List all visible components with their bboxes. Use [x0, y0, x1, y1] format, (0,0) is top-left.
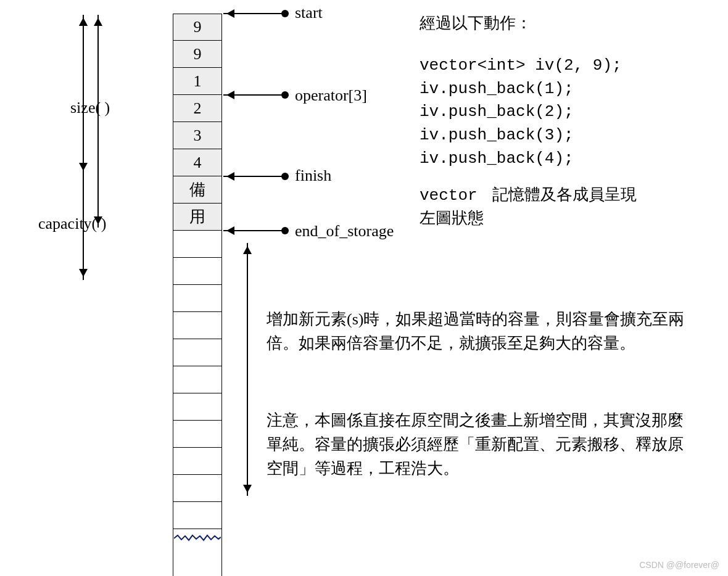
- vector-cell-1: 9: [173, 41, 222, 68]
- vector-cell-empty: [173, 339, 222, 366]
- vector-keyword: vector: [420, 186, 478, 205]
- growth-range-line: [247, 243, 248, 496]
- watermark: CSDN @@forever@: [639, 560, 719, 570]
- finish-dot-icon: [281, 173, 289, 180]
- vector-cell-empty: [173, 448, 222, 475]
- start-dot-icon: [281, 10, 289, 17]
- vector-cell-empty: [173, 312, 222, 339]
- vector-cell-4: 3: [173, 122, 222, 149]
- note-paragraph-2: 注意，本圖係直接在原空間之後畫上新增空間，其實沒那麼單純。容量的擴張必須經歷「重…: [267, 408, 698, 480]
- vector-state-line-1: vector 記憶體及各成員呈現: [420, 183, 637, 208]
- diagram-page: { "cells": { "c0": "9", "c1": "9", "c2":…: [0, 0, 728, 576]
- start-arrow: [223, 13, 282, 14]
- vector-cell-empty: [173, 421, 222, 448]
- vector-cell-empty: [173, 393, 222, 421]
- size-label: size( ): [70, 99, 110, 117]
- operator3-dot-icon: [281, 91, 289, 99]
- vector-cell-3: 2: [173, 95, 222, 122]
- vector-cell-0: 9: [173, 14, 222, 41]
- vector-cell-empty: [173, 258, 222, 285]
- vector-cell-2: 1: [173, 68, 222, 95]
- vector-state-line-2: 左圖狀態: [420, 206, 484, 230]
- operator3-label: operator[3]: [295, 86, 367, 105]
- continuation-bar-left: [173, 540, 173, 576]
- vector-cell-empty: [173, 502, 222, 529]
- capacity-range-line: [83, 15, 84, 280]
- capacity-range-line-outer: [97, 15, 99, 228]
- vector-state-text: 記憶體及各成員呈現: [492, 186, 637, 204]
- finish-arrow: [223, 176, 282, 177]
- vector-cell-empty: [173, 231, 222, 258]
- vector-cell-empty: [173, 475, 222, 502]
- jagged-continuation-icon: [174, 533, 221, 540]
- eos-arrow: [223, 230, 282, 231]
- finish-label: finish: [295, 167, 331, 185]
- eos-label: end_of_storage: [295, 222, 394, 241]
- operator3-arrow: [223, 94, 282, 96]
- eos-dot-icon: [281, 227, 289, 234]
- start-label: start: [295, 4, 323, 22]
- vector-cell-empty: [173, 366, 222, 393]
- code-block: vector<int> iv(2, 9); iv.push_back(1); i…: [420, 54, 622, 170]
- vector-cell-spare-0: 備: [173, 176, 222, 204]
- note-paragraph-1: 增加新元素(s)時，如果超過當時的容量，則容量會擴充至兩倍。如果兩倍容量仍不足，…: [267, 307, 698, 355]
- vector-cell-empty: [173, 285, 222, 312]
- intro-text: 經過以下動作：: [420, 11, 532, 35]
- vector-cell-spare-1: 用: [173, 204, 222, 231]
- capacity-label: capacity( ): [38, 215, 106, 233]
- continuation-bar-right: [221, 540, 222, 576]
- vector-cell-5: 4: [173, 149, 222, 176]
